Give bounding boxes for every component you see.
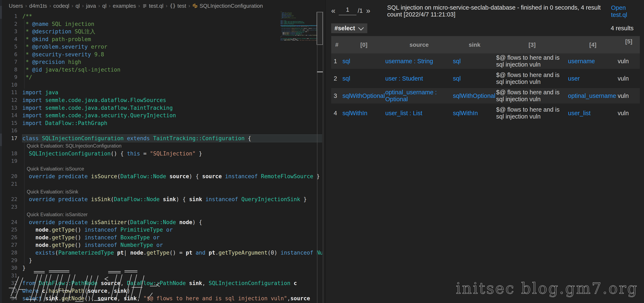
- result-cell: $@ flows to here and is sql injection vu…: [496, 70, 568, 87]
- breadcrumb-item[interactable]: ql: [102, 3, 106, 9]
- code-line[interactable]: 15import DataFlow::PathGraph: [0, 119, 322, 127]
- scrollbar-track[interactable]: [323, 12, 323, 303]
- code-area[interactable]: 1/**2 * @name SQL injection3 * @descript…: [0, 12, 322, 303]
- codelens-quick-evaluation[interactable]: Quick Evaluation: isSource: [0, 165, 322, 173]
- code-line[interactable]: 28 exists(ParameterizedType pt| node.get…: [0, 249, 322, 257]
- result-cell: vuln: [618, 87, 640, 105]
- result-link[interactable]: optinal_username: [568, 92, 616, 99]
- result-link[interactable]: sql: [342, 75, 350, 82]
- code-line[interactable]: 16: [0, 127, 322, 135]
- result-cell: vuln: [618, 53, 640, 70]
- scrollbar-marker: [317, 71, 323, 72]
- code-line[interactable]: 8 * @id java/test/sql-injection: [0, 66, 322, 74]
- result-link[interactable]: sql: [453, 58, 461, 64]
- code-line[interactable]: 11import java: [0, 89, 322, 96]
- breadcrumb-item[interactable]: examples: [113, 3, 136, 9]
- scrollbar-track[interactable]: [317, 12, 318, 303]
- code-line[interactable]: 23: [0, 203, 322, 211]
- code-line[interactable]: 20 override predicate isSource(DataFlow:…: [0, 173, 322, 180]
- page-number-input[interactable]: 1: [339, 6, 356, 15]
- code-line[interactable]: 19: [0, 157, 322, 165]
- code-line[interactable]: 22 override predicate isSink(DataFlow::N…: [0, 196, 322, 203]
- code-line[interactable]: 1/**: [0, 12, 322, 20]
- minimap[interactable]: /** * @name SQL injection * @description…: [280, 11, 318, 42]
- result-link[interactable]: optinal_username : Optional: [385, 89, 437, 102]
- code-line[interactable]: 34select sink.getNode(), source, sink, "…: [0, 295, 322, 302]
- result-row: 3sqlWithOptionaloptinal_username : Optio…: [331, 87, 640, 105]
- result-link[interactable]: user: [568, 75, 580, 82]
- results-column-header[interactable]: #: [331, 36, 342, 53]
- breadcrumb-separator: ›: [49, 3, 51, 9]
- breadcrumb-separator: ›: [166, 3, 168, 9]
- code-line[interactable]: 9 */: [0, 73, 322, 81]
- code-line[interactable]: 7 * @precision high: [0, 58, 322, 66]
- result-link[interactable]: sqlWithIn: [453, 110, 478, 116]
- line-number: 10: [0, 81, 17, 89]
- codelens-quick-evaluation[interactable]: Quick Evaluation: isSink: [0, 188, 322, 196]
- result-cell: $@ flows to here and is sql injection vu…: [496, 105, 568, 122]
- code-line[interactable]: 32from DataFlow::PathNode source, DataFl…: [0, 280, 322, 287]
- results-column-header[interactable]: source: [385, 36, 453, 53]
- breadcrumb-item[interactable]: SQLInjectionConfiguration: [200, 3, 263, 9]
- page-total-label: /1: [358, 7, 363, 14]
- result-link[interactable]: sql: [342, 58, 350, 64]
- result-link[interactable]: sqlWithIn: [342, 110, 367, 116]
- code-line[interactable]: 27 node.getType() instanceof NumberType …: [0, 241, 322, 249]
- breadcrumb-item[interactable]: codeql: [53, 3, 69, 9]
- code-line[interactable]: 26 node.getType() instanceof BoxedType o…: [0, 234, 322, 242]
- code-line[interactable]: 18 SQLInjectionConfiguration() { this = …: [0, 150, 322, 158]
- line-number: 2: [0, 20, 17, 28]
- code-line[interactable]: 29 }: [0, 257, 322, 264]
- line-number: 4: [0, 35, 17, 43]
- result-link[interactable]: sqlWithOptional: [453, 92, 495, 99]
- result-link[interactable]: username: [568, 58, 595, 64]
- minimap-slider[interactable]: [316, 12, 323, 45]
- code-line[interactable]: 3 * @description SQL注入: [0, 28, 322, 35]
- result-link[interactable]: sqlWithOptional: [342, 92, 385, 99]
- breadcrumb-separator: ›: [25, 3, 27, 9]
- result-link[interactable]: sql: [453, 75, 461, 82]
- code-line[interactable]: 2 * @name SQL injection: [0, 20, 322, 28]
- result-link[interactable]: username : String: [385, 58, 433, 64]
- code-line[interactable]: 31: [0, 272, 322, 280]
- result-link[interactable]: user_list : List: [385, 110, 422, 116]
- results-column-header[interactable]: [0]: [342, 36, 385, 53]
- code-line[interactable]: 14import semmle.code.java.security.Query…: [0, 112, 322, 119]
- first-page-button[interactable]: «: [331, 8, 335, 14]
- breadcrumb-item[interactable]: java: [86, 3, 96, 9]
- results-column-header[interactable]: [5]: [618, 36, 640, 53]
- code-line[interactable]: 24 override predicate isSanitizer(DataFl…: [0, 219, 322, 226]
- code-line[interactable]: 6 * @security-severity 9.8: [0, 51, 322, 58]
- last-page-button[interactable]: »: [366, 8, 370, 14]
- code-line[interactable]: 10: [0, 81, 322, 89]
- result-link[interactable]: user_list: [568, 110, 590, 116]
- line-number: 3: [0, 28, 17, 35]
- code-line[interactable]: 21: [0, 180, 322, 188]
- breadcrumb-item[interactable]: test: [178, 3, 186, 9]
- codelens-quick-evaluation[interactable]: Quick Evaluation: isSanitizer: [0, 211, 322, 219]
- breadcrumb-item[interactable]: d4m1ts: [29, 3, 47, 9]
- results-column-header[interactable]: sink: [453, 36, 496, 53]
- breadcrumb-item[interactable]: ql: [76, 3, 80, 9]
- code-editor[interactable]: Users›d4m1ts›codeql›ql›java›ql›examples›…: [0, 0, 325, 303]
- line-number: 23: [0, 203, 17, 211]
- breadcrumb-item[interactable]: Users: [9, 3, 23, 9]
- results-column-header[interactable]: [3]: [496, 36, 568, 53]
- code-line[interactable]: 12import semmle.code.java.dataflow.FlowS…: [0, 96, 322, 104]
- results-column-header[interactable]: [4]: [568, 36, 618, 53]
- result-link[interactable]: user : Student: [385, 75, 423, 82]
- code-line[interactable]: 5 * @problem.severity error: [0, 43, 322, 51]
- result-cell: sqlWithOptional: [453, 87, 496, 105]
- codelens-quick-evaluation[interactable]: Quick Evaluation: SQLInjectionConfigurat…: [0, 142, 322, 150]
- line-number: 27: [0, 241, 17, 249]
- code-line[interactable]: 25 node.getType() instanceof PrimitiveTy…: [0, 226, 322, 234]
- code-line[interactable]: 17class SQLInjectionConfiguration extend…: [0, 135, 322, 142]
- code-line[interactable]: 13import semmle.code.java.dataflow.Taint…: [0, 104, 322, 112]
- open-query-link[interactable]: Open test.ql: [611, 4, 636, 18]
- line-number: 21: [0, 180, 17, 188]
- code-line[interactable]: 4 * @kind path-problem: [0, 35, 322, 43]
- code-line[interactable]: 33where c.hasFlowPath(source, sink): [0, 287, 322, 295]
- code-line[interactable]: 30}: [0, 264, 322, 272]
- result-set-select[interactable]: #select: [331, 23, 367, 33]
- breadcrumb-item[interactable]: test.ql: [149, 3, 163, 9]
